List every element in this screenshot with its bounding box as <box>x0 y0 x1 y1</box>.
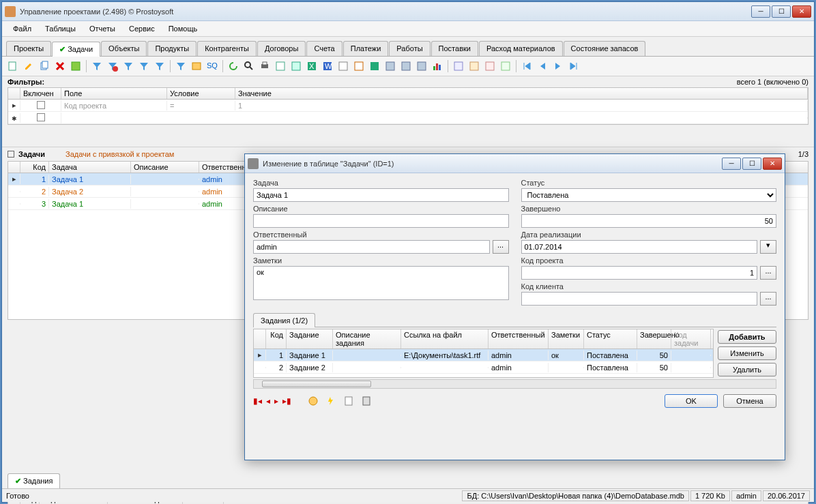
menu-tables[interactable]: Таблицы <box>38 23 83 35</box>
field-client[interactable] <box>521 292 758 306</box>
filter3-icon[interactable] <box>137 59 151 73</box>
tab-materials[interactable]: Расход материалов <box>479 41 563 56</box>
menu-reports[interactable]: Отчеты <box>83 23 122 35</box>
dlg-grid-row[interactable]: 2Задание 2adminПоставлена50 <box>254 361 713 374</box>
filter-clear-icon[interactable] <box>106 59 119 73</box>
dlg-calc-icon[interactable] <box>360 394 373 408</box>
chart-icon[interactable] <box>431 59 444 73</box>
dlg-cancel-button[interactable]: Отмена <box>723 394 776 408</box>
find-icon[interactable] <box>242 59 256 73</box>
export-xml-icon[interactable] <box>352 59 366 73</box>
struct1-icon[interactable] <box>452 59 465 73</box>
struct3-icon[interactable] <box>483 59 497 73</box>
tasks-link[interactable]: Задачи с привязкой к проектам <box>65 150 174 158</box>
sort-icon[interactable] <box>190 59 203 73</box>
field-resp[interactable] <box>253 240 490 254</box>
menu-service[interactable]: Сервис <box>122 23 162 35</box>
close-button[interactable]: ✕ <box>792 5 811 18</box>
dlg-hscroll[interactable] <box>253 379 776 389</box>
field-task[interactable] <box>253 188 509 202</box>
field-notes[interactable]: ок <box>253 266 509 300</box>
dlg-edit-button[interactable]: Изменить <box>718 346 776 360</box>
field-proj[interactable] <box>521 266 758 280</box>
filter5-icon[interactable] <box>174 59 188 73</box>
filter-enabled-checkbox[interactable] <box>37 101 45 109</box>
field-desc[interactable] <box>253 214 509 228</box>
dlg-minimize-button[interactable]: ─ <box>722 158 741 170</box>
collapse-icon[interactable] <box>8 151 14 158</box>
export1-icon[interactable] <box>274 59 287 73</box>
resp-lookup-button[interactable]: ... <box>493 240 509 254</box>
proj-lookup-button[interactable]: ... <box>760 266 776 280</box>
export-word-icon[interactable]: W <box>321 59 334 73</box>
filter-enabled-checkbox[interactable] <box>37 113 45 121</box>
filters-grid[interactable]: Включен Поле Условие Значение Код проект… <box>8 87 808 125</box>
tab-accounts[interactable]: Счета <box>306 41 342 56</box>
statusbar: Готово БД: C:\Users\Ivan\Desktop\Новая п… <box>2 488 814 502</box>
tab-works[interactable]: Работы <box>389 41 430 56</box>
menu-file[interactable]: Файл <box>6 23 38 35</box>
dlg-close-button[interactable]: ✕ <box>763 158 782 170</box>
import-excel-icon[interactable] <box>368 59 381 73</box>
new-icon[interactable] <box>6 59 20 73</box>
dlg-grid[interactable]: Код Задание Описание задания Ссылка на ф… <box>253 329 714 378</box>
dlg-subtab-assignments[interactable]: Задания (1/2) <box>253 313 315 327</box>
group2-icon[interactable] <box>399 59 413 73</box>
filter-value[interactable]: 1 <box>235 101 808 110</box>
filter2-icon[interactable] <box>121 59 135 73</box>
filter-field[interactable]: Код проекта <box>61 101 167 110</box>
group1-icon[interactable] <box>383 59 397 73</box>
dlg-nav-first-icon[interactable]: ▮◂ <box>253 396 262 406</box>
field-date[interactable] <box>521 240 758 254</box>
dlg-globe-icon[interactable] <box>306 394 320 408</box>
dlg-bolt-icon[interactable] <box>324 394 338 408</box>
nav-prev-icon[interactable] <box>536 59 549 73</box>
struct2-icon[interactable] <box>467 59 481 73</box>
filter-icon[interactable] <box>90 59 104 73</box>
export2-icon[interactable] <box>289 59 303 73</box>
field-status[interactable]: Поставлена <box>521 188 777 202</box>
struct4-icon[interactable] <box>499 59 512 73</box>
subtab-assignments[interactable]: ✔Задания <box>8 473 60 488</box>
copy-icon[interactable] <box>38 59 51 73</box>
tab-products[interactable]: Продукты <box>147 41 196 56</box>
dlg-grid-row[interactable]: 1Задание 1E:\Документы\task1.rtfadminокП… <box>254 349 713 361</box>
dlg-nav-next-icon[interactable]: ▸ <box>274 396 278 406</box>
menu-help[interactable]: Помощь <box>162 23 205 35</box>
edit-icon[interactable] <box>22 59 35 73</box>
tab-objects[interactable]: Объекты <box>101 41 147 56</box>
tab-contragents[interactable]: Контрагенты <box>197 41 257 56</box>
dlg-delete-button[interactable]: Удалить <box>718 363 776 376</box>
nav-first-icon[interactable] <box>520 59 534 73</box>
tab-tasks[interactable]: ✔Задачи <box>52 42 100 57</box>
refresh-icon[interactable] <box>69 59 83 73</box>
filter4-icon[interactable] <box>153 59 166 73</box>
dlg-ok-button[interactable]: OK <box>665 394 718 408</box>
tab-stock[interactable]: Состояние запасов <box>564 41 646 56</box>
sql-icon[interactable]: SQL <box>205 59 219 73</box>
nav-last-icon[interactable] <box>567 59 581 73</box>
dlg-nav-last-icon[interactable]: ▸▮ <box>282 396 291 406</box>
dlg-add-button[interactable]: Добавить <box>718 330 776 344</box>
filter-cond[interactable]: = <box>167 101 235 110</box>
print-icon[interactable] <box>258 59 272 73</box>
tab-projects[interactable]: Проекты <box>6 41 51 56</box>
svg-rect-9 <box>263 62 267 65</box>
dlg-doc-icon[interactable] <box>342 394 355 408</box>
tab-supplies[interactable]: Поставки <box>431 41 478 56</box>
tab-payments[interactable]: Платежи <box>343 41 389 56</box>
delete-icon[interactable] <box>53 59 67 73</box>
group3-icon[interactable] <box>415 59 428 73</box>
dlg-nav-prev-icon[interactable]: ◂ <box>266 396 270 406</box>
nav-next-icon[interactable] <box>551 59 565 73</box>
reload-icon[interactable] <box>227 59 240 73</box>
field-done[interactable] <box>521 214 777 228</box>
client-lookup-button[interactable]: ... <box>760 292 776 306</box>
date-dropdown-button[interactable]: ▾ <box>760 240 776 254</box>
minimize-button[interactable]: ─ <box>751 5 770 18</box>
maximize-button[interactable]: ☐ <box>772 5 791 18</box>
dlg-maximize-button[interactable]: ☐ <box>742 158 761 170</box>
export-html-icon[interactable] <box>336 59 350 73</box>
export-excel-icon[interactable]: X <box>305 59 319 73</box>
tab-contracts[interactable]: Договоры <box>257 41 306 56</box>
